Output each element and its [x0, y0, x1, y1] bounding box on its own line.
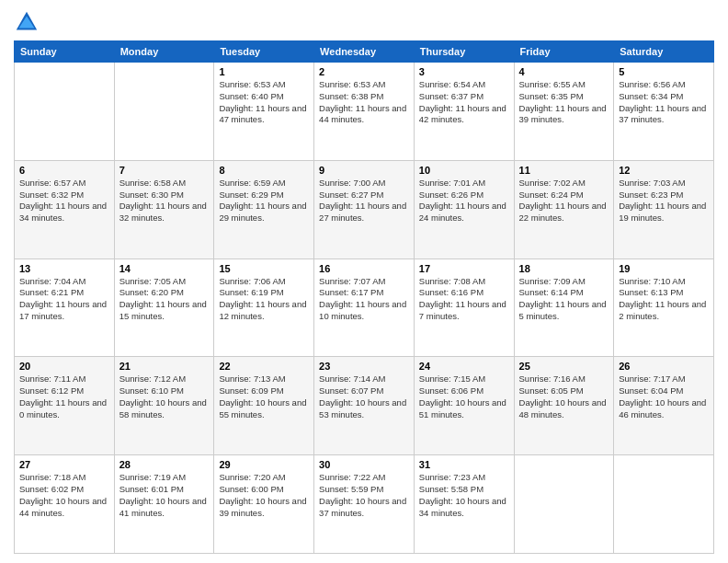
- day-info: Sunrise: 7:01 AMSunset: 6:26 PMDaylight:…: [419, 178, 509, 224]
- calendar-day-cell: 9Sunrise: 7:00 AMSunset: 6:27 PMDaylight…: [314, 160, 415, 259]
- day-number: 13: [19, 263, 109, 274]
- day-number: 1: [219, 66, 309, 77]
- day-number: 27: [19, 459, 109, 470]
- day-info: Sunrise: 6:57 AMSunset: 6:32 PMDaylight:…: [19, 178, 109, 224]
- calendar-day-cell: [614, 455, 714, 554]
- calendar-day-cell: 3Sunrise: 6:54 AMSunset: 6:37 PMDaylight…: [414, 63, 514, 161]
- day-info: Sunrise: 6:58 AMSunset: 6:30 PMDaylight:…: [119, 178, 210, 224]
- calendar-day-cell: 21Sunrise: 7:12 AMSunset: 6:10 PMDayligh…: [114, 357, 214, 455]
- day-info: Sunrise: 7:20 AMSunset: 6:00 PMDaylight:…: [219, 472, 309, 519]
- day-number: 25: [519, 361, 609, 372]
- calendar-day-cell: 27Sunrise: 7:18 AMSunset: 6:02 PMDayligh…: [15, 455, 115, 554]
- day-info: Sunrise: 7:07 AMSunset: 6:17 PMDaylight:…: [319, 276, 409, 323]
- page: SundayMondayTuesdayWednesdayThursdayFrid…: [0, 0, 728, 563]
- calendar-day-cell: 23Sunrise: 7:14 AMSunset: 6:07 PMDayligh…: [314, 357, 415, 455]
- calendar-day-cell: 20Sunrise: 7:11 AMSunset: 6:12 PMDayligh…: [15, 357, 115, 455]
- calendar-day-cell: 10Sunrise: 7:01 AMSunset: 6:26 PMDayligh…: [414, 160, 514, 259]
- day-number: 17: [419, 263, 509, 274]
- day-info: Sunrise: 7:11 AMSunset: 6:12 PMDaylight:…: [19, 373, 109, 420]
- calendar-day-cell: 5Sunrise: 6:56 AMSunset: 6:34 PMDaylight…: [614, 63, 714, 161]
- calendar-day-cell: 17Sunrise: 7:08 AMSunset: 6:16 PMDayligh…: [414, 259, 514, 357]
- day-number: 11: [519, 165, 609, 176]
- calendar-day-cell: 14Sunrise: 7:05 AMSunset: 6:20 PMDayligh…: [114, 259, 214, 357]
- day-info: Sunrise: 7:15 AMSunset: 6:06 PMDaylight:…: [419, 373, 509, 420]
- calendar-day-cell: 24Sunrise: 7:15 AMSunset: 6:06 PMDayligh…: [414, 357, 514, 455]
- day-info: Sunrise: 7:10 AMSunset: 6:13 PMDaylight:…: [619, 276, 709, 323]
- calendar-day-cell: [15, 63, 115, 161]
- day-info: Sunrise: 7:05 AMSunset: 6:20 PMDaylight:…: [119, 276, 210, 323]
- day-number: 29: [219, 459, 309, 470]
- day-number: 19: [619, 263, 709, 274]
- calendar-day-cell: 28Sunrise: 7:19 AMSunset: 6:01 PMDayligh…: [114, 455, 214, 554]
- day-info: Sunrise: 7:08 AMSunset: 6:16 PMDaylight:…: [419, 276, 509, 323]
- calendar-day-cell: 1Sunrise: 6:53 AMSunset: 6:40 PMDaylight…: [214, 63, 314, 161]
- calendar-header-row: SundayMondayTuesdayWednesdayThursdayFrid…: [15, 41, 714, 63]
- weekday-header: Thursday: [414, 41, 514, 63]
- day-number: 3: [419, 66, 509, 77]
- calendar-day-cell: [114, 63, 214, 161]
- day-info: Sunrise: 6:56 AMSunset: 6:34 PMDaylight:…: [619, 79, 709, 126]
- calendar-week-row: 27Sunrise: 7:18 AMSunset: 6:02 PMDayligh…: [15, 455, 714, 554]
- calendar-day-cell: 30Sunrise: 7:22 AMSunset: 5:59 PMDayligh…: [314, 455, 415, 554]
- day-number: 8: [219, 165, 309, 176]
- day-number: 5: [619, 66, 709, 77]
- calendar-day-cell: 22Sunrise: 7:13 AMSunset: 6:09 PMDayligh…: [214, 357, 314, 455]
- weekday-header: Friday: [514, 41, 614, 63]
- day-info: Sunrise: 7:09 AMSunset: 6:14 PMDaylight:…: [519, 276, 609, 323]
- calendar-week-row: 1Sunrise: 6:53 AMSunset: 6:40 PMDaylight…: [15, 63, 714, 161]
- calendar-day-cell: [514, 455, 614, 554]
- calendar-week-row: 20Sunrise: 7:11 AMSunset: 6:12 PMDayligh…: [15, 357, 714, 455]
- day-number: 22: [219, 361, 309, 372]
- calendar-day-cell: 25Sunrise: 7:16 AMSunset: 6:05 PMDayligh…: [514, 357, 614, 455]
- calendar-day-cell: 12Sunrise: 7:03 AMSunset: 6:23 PMDayligh…: [614, 160, 714, 259]
- weekday-header: Wednesday: [314, 41, 415, 63]
- day-number: 28: [119, 459, 210, 470]
- weekday-header: Tuesday: [214, 41, 314, 63]
- calendar-day-cell: 29Sunrise: 7:20 AMSunset: 6:00 PMDayligh…: [214, 455, 314, 554]
- day-info: Sunrise: 7:04 AMSunset: 6:21 PMDaylight:…: [19, 276, 109, 323]
- day-info: Sunrise: 6:54 AMSunset: 6:37 PMDaylight:…: [419, 79, 509, 126]
- day-info: Sunrise: 7:13 AMSunset: 6:09 PMDaylight:…: [219, 373, 309, 420]
- weekday-header: Sunday: [15, 41, 115, 63]
- day-info: Sunrise: 6:55 AMSunset: 6:35 PMDaylight:…: [519, 79, 609, 126]
- calendar-week-row: 13Sunrise: 7:04 AMSunset: 6:21 PMDayligh…: [15, 259, 714, 357]
- calendar-day-cell: 13Sunrise: 7:04 AMSunset: 6:21 PMDayligh…: [15, 259, 115, 357]
- weekday-header: Saturday: [614, 41, 714, 63]
- day-info: Sunrise: 7:00 AMSunset: 6:27 PMDaylight:…: [319, 178, 409, 224]
- calendar-day-cell: 6Sunrise: 6:57 AMSunset: 6:32 PMDaylight…: [15, 160, 115, 259]
- calendar-table: SundayMondayTuesdayWednesdayThursdayFrid…: [14, 40, 714, 554]
- weekday-header: Monday: [114, 41, 214, 63]
- calendar-day-cell: 11Sunrise: 7:02 AMSunset: 6:24 PMDayligh…: [514, 160, 614, 259]
- day-number: 20: [19, 361, 109, 372]
- day-number: 23: [319, 361, 409, 372]
- header: [14, 9, 714, 35]
- day-number: 24: [419, 361, 509, 372]
- day-info: Sunrise: 7:18 AMSunset: 6:02 PMDaylight:…: [19, 472, 109, 519]
- day-info: Sunrise: 7:02 AMSunset: 6:24 PMDaylight:…: [519, 178, 609, 224]
- day-number: 2: [319, 66, 409, 77]
- day-number: 15: [219, 263, 309, 274]
- day-number: 9: [319, 165, 409, 176]
- day-number: 7: [119, 165, 210, 176]
- day-info: Sunrise: 7:17 AMSunset: 6:04 PMDaylight:…: [619, 373, 709, 420]
- day-info: Sunrise: 7:22 AMSunset: 5:59 PMDaylight:…: [319, 472, 409, 519]
- day-info: Sunrise: 6:53 AMSunset: 6:40 PMDaylight:…: [219, 79, 309, 126]
- day-number: 30: [319, 459, 409, 470]
- day-info: Sunrise: 7:06 AMSunset: 6:19 PMDaylight:…: [219, 276, 309, 323]
- day-number: 16: [319, 263, 409, 274]
- calendar-day-cell: 2Sunrise: 6:53 AMSunset: 6:38 PMDaylight…: [314, 63, 415, 161]
- day-info: Sunrise: 6:53 AMSunset: 6:38 PMDaylight:…: [319, 79, 409, 126]
- day-number: 4: [519, 66, 609, 77]
- day-number: 26: [619, 361, 709, 372]
- calendar-day-cell: 31Sunrise: 7:23 AMSunset: 5:58 PMDayligh…: [414, 455, 514, 554]
- calendar-week-row: 6Sunrise: 6:57 AMSunset: 6:32 PMDaylight…: [15, 160, 714, 259]
- day-number: 12: [619, 165, 709, 176]
- day-info: Sunrise: 7:12 AMSunset: 6:10 PMDaylight:…: [119, 373, 210, 420]
- calendar-day-cell: 4Sunrise: 6:55 AMSunset: 6:35 PMDaylight…: [514, 63, 614, 161]
- day-number: 31: [419, 459, 509, 470]
- day-info: Sunrise: 7:19 AMSunset: 6:01 PMDaylight:…: [119, 472, 210, 519]
- logo: [14, 9, 43, 35]
- day-number: 18: [519, 263, 609, 274]
- calendar-day-cell: 18Sunrise: 7:09 AMSunset: 6:14 PMDayligh…: [514, 259, 614, 357]
- calendar-day-cell: 16Sunrise: 7:07 AMSunset: 6:17 PMDayligh…: [314, 259, 415, 357]
